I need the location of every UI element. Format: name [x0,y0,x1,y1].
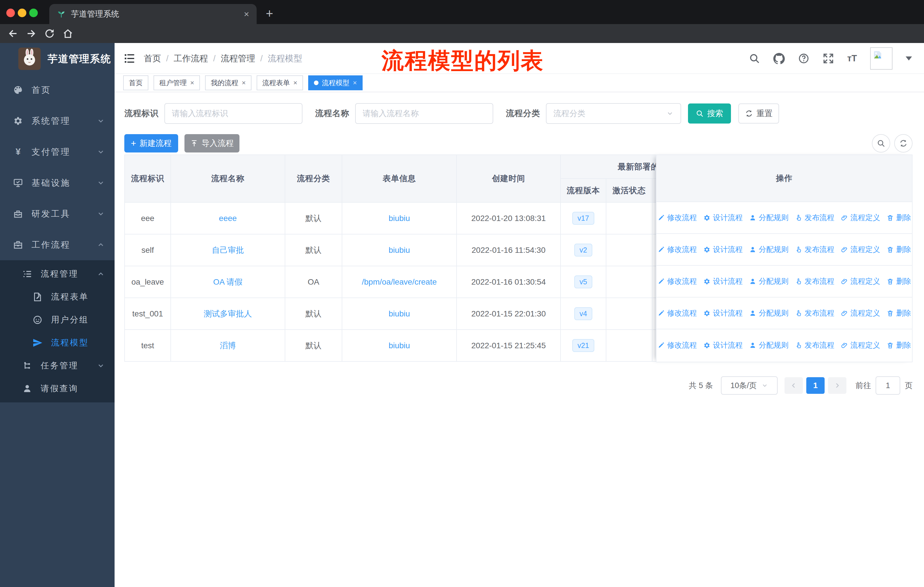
action-modify-link[interactable]: 修改流程 [657,340,697,350]
forward-icon[interactable] [26,28,37,39]
sidebar-item-monitor[interactable]: 基础设施 [0,167,115,198]
cell-name-link[interactable]: 自己审批 [212,246,244,255]
search-icon[interactable] [749,53,760,64]
browser-tab[interactable]: 芋道管理系统 × [49,4,257,24]
cell-name-link[interactable]: 测试多审批人 [204,309,252,318]
action-assign-link[interactable]: 分配规则 [749,340,789,350]
tag-view-item[interactable]: 流程模型 × [308,75,363,90]
create-model-button[interactable]: + 新建流程 [124,134,178,152]
action-publish-link[interactable]: 发布流程 [795,340,834,350]
tag-view-item[interactable]: 首页 [123,75,148,90]
cell-form-link[interactable]: biubiu [389,214,410,223]
action-delete-link[interactable]: 删除 [886,213,911,223]
breadcrumb-item[interactable]: 流程管理 [221,53,255,64]
window-zoom-button[interactable] [29,8,38,17]
reload-icon[interactable] [44,28,55,39]
action-modify-link[interactable]: 修改流程 [657,308,697,318]
page-number-button[interactable]: 1 [806,377,825,394]
action-definition-link[interactable]: 流程定义 [841,245,880,255]
sidebar-item-dashboard[interactable]: 首页 [0,74,115,106]
tab-close-icon[interactable]: × [244,9,249,20]
cell-id: oa_leave [125,266,171,298]
tag-view-item[interactable]: 我的流程 × [205,75,251,90]
filter-id-input[interactable] [164,103,302,124]
filter-category-select[interactable]: 流程分类 [546,103,681,124]
action-definition-link[interactable]: 流程定义 [841,213,880,223]
action-assign-link[interactable]: 分配规则 [749,213,789,223]
prev-page-button[interactable] [784,377,803,394]
action-delete-link[interactable]: 删除 [886,245,911,255]
cell-name-link[interactable]: eeee [219,214,237,223]
reset-button[interactable]: 重置 [738,104,779,124]
sidebar-item-face[interactable]: 用户分组 [0,308,115,331]
home-icon[interactable] [63,28,73,39]
avatar-caret-down-icon[interactable] [906,56,912,61]
cell-name-link[interactable]: 滔博 [220,341,236,350]
cell-form-link[interactable]: biubiu [389,309,410,318]
action-modify-link[interactable]: 修改流程 [657,245,697,255]
avatar[interactable] [870,47,893,69]
sidebar-item-doc-edit[interactable]: 流程表单 [0,286,115,308]
action-definition-link[interactable]: 流程定义 [841,340,880,350]
sidebar-item-list-tree[interactable]: 流程管理 [0,263,115,286]
action-assign-link[interactable]: 分配规则 [749,245,789,255]
search-button[interactable]: 搜索 [688,104,731,124]
action-definition-link[interactable]: 流程定义 [841,308,880,318]
action-publish-link[interactable]: 发布流程 [795,276,834,286]
window-close-button[interactable] [6,8,15,17]
cell-form-link[interactable]: /bpm/oa/leave/create [362,278,437,286]
font-size-icon[interactable]: тT [847,53,857,64]
sidebar-item-flow[interactable]: 任务管理 [0,354,115,377]
action-modify-link[interactable]: 修改流程 [657,276,697,286]
sidebar-item-yen[interactable]: ¥ 支付管理 [0,136,115,167]
sidebar-item-briefcase[interactable]: 工作流程 [0,229,115,260]
action-design-link[interactable]: 设计流程 [703,213,743,223]
new-tab-button[interactable]: + [266,6,273,21]
sidebar-item-gear[interactable]: 系统管理 [0,106,115,136]
window-minimize-button[interactable] [18,8,26,17]
tag-view-item[interactable]: 流程表单 × [257,75,303,90]
cell-name-link[interactable]: OA 请假 [213,278,243,286]
sidebar-collapse-icon[interactable] [123,52,136,65]
action-delete-link[interactable]: 删除 [886,340,911,350]
action-design-link[interactable]: 设计流程 [703,340,743,350]
next-page-button[interactable] [828,377,846,394]
sidebar-item-paper-plane[interactable]: 流程模型 [0,331,115,354]
refresh-table-button[interactable] [894,134,912,152]
action-publish-link[interactable]: 发布流程 [795,213,834,223]
cell-form-link[interactable]: biubiu [389,341,410,350]
action-delete-link[interactable]: 删除 [886,276,911,286]
breadcrumb-separator: / [213,54,215,63]
breadcrumb-item[interactable]: 工作流程 [173,53,208,64]
close-icon[interactable]: × [293,79,297,87]
filter-name-input[interactable] [355,103,493,124]
action-publish-link[interactable]: 发布流程 [795,308,834,318]
github-icon[interactable] [773,53,785,64]
close-icon[interactable]: × [190,79,194,87]
back-icon[interactable] [7,28,18,39]
action-assign-link[interactable]: 分配规则 [749,308,789,318]
import-model-button[interactable]: 导入流程 [185,134,239,152]
close-icon[interactable]: × [242,79,246,87]
cell-form-link[interactable]: biubiu [389,246,410,255]
action-delete-link[interactable]: 删除 [886,308,911,318]
action-design-link[interactable]: 设计流程 [703,308,743,318]
action-assign-link[interactable]: 分配规则 [749,276,789,286]
page-size-select[interactable]: 10条/页 [721,376,778,395]
sidebar-item-toolbox[interactable]: 研发工具 [0,198,115,229]
toggle-search-button[interactable] [872,134,890,152]
action-publish-link[interactable]: 发布流程 [795,245,834,255]
action-design-link[interactable]: 设计流程 [703,276,743,286]
sidebar-logo[interactable]: 芋道管理系统 [0,43,115,74]
fullscreen-icon[interactable] [823,53,834,64]
close-icon[interactable]: × [353,79,357,87]
action-definition-link[interactable]: 流程定义 [841,276,880,286]
sidebar-item-person[interactable]: 请假查询 [0,377,115,400]
tag-view-item[interactable]: 租户管理 × [153,75,200,90]
help-icon[interactable] [798,53,809,64]
goto-page-input[interactable] [876,376,900,395]
breadcrumb-item[interactable]: 首页 [144,53,161,64]
edit-icon [657,214,665,222]
action-design-link[interactable]: 设计流程 [703,245,743,255]
action-modify-link[interactable]: 修改流程 [657,213,697,223]
